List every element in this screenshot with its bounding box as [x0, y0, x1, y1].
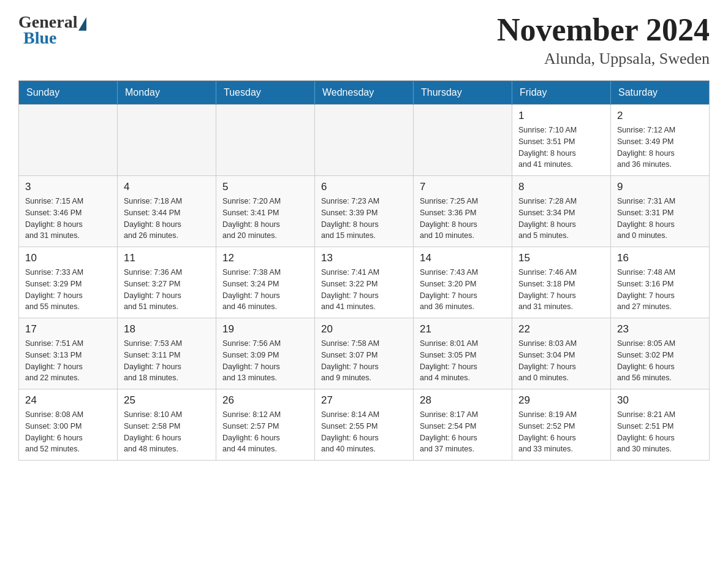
calendar-cell: 21Sunrise: 8:01 AM Sunset: 3:05 PM Dayli… — [414, 318, 512, 389]
calendar-cell: 14Sunrise: 7:43 AM Sunset: 3:20 PM Dayli… — [414, 247, 512, 318]
calendar-body: 1Sunrise: 7:10 AM Sunset: 3:51 PM Daylig… — [19, 105, 710, 461]
day-number: 28 — [420, 394, 506, 407]
day-info: Sunrise: 7:20 AM Sunset: 3:41 PM Dayligh… — [222, 196, 308, 242]
calendar-cell: 9Sunrise: 7:31 AM Sunset: 3:31 PM Daylig… — [611, 176, 710, 247]
day-info: Sunrise: 8:10 AM Sunset: 2:58 PM Dayligh… — [124, 409, 210, 455]
day-info: Sunrise: 7:43 AM Sunset: 3:20 PM Dayligh… — [420, 267, 506, 313]
logo-triangle-icon — [78, 17, 86, 31]
day-number: 5 — [222, 181, 308, 193]
calendar-cell: 5Sunrise: 7:20 AM Sunset: 3:41 PM Daylig… — [216, 176, 315, 247]
calendar-cell: 28Sunrise: 8:17 AM Sunset: 2:54 PM Dayli… — [414, 389, 512, 461]
weekday-header-sunday: Sunday — [19, 81, 118, 105]
calendar-week-row: 10Sunrise: 7:33 AM Sunset: 3:29 PM Dayli… — [19, 247, 710, 318]
day-info: Sunrise: 8:08 AM Sunset: 3:00 PM Dayligh… — [25, 409, 111, 455]
day-number: 1 — [518, 110, 604, 122]
day-info: Sunrise: 7:48 AM Sunset: 3:16 PM Dayligh… — [617, 267, 703, 313]
calendar-week-row: 17Sunrise: 7:51 AM Sunset: 3:13 PM Dayli… — [19, 318, 710, 389]
day-info: Sunrise: 8:14 AM Sunset: 2:55 PM Dayligh… — [321, 409, 407, 455]
day-number: 25 — [124, 394, 210, 407]
logo: General Blue — [18, 12, 86, 48]
day-info: Sunrise: 7:41 AM Sunset: 3:22 PM Dayligh… — [321, 267, 407, 313]
day-number: 21 — [420, 323, 506, 335]
page-header: General Blue November 2024 Alunda, Uppsa… — [18, 12, 710, 68]
day-number: 11 — [124, 252, 210, 264]
calendar-cell: 27Sunrise: 8:14 AM Sunset: 2:55 PM Dayli… — [315, 389, 414, 461]
calendar-cell: 24Sunrise: 8:08 AM Sunset: 3:00 PM Dayli… — [19, 389, 118, 461]
weekday-header-saturday: Saturday — [611, 81, 710, 105]
calendar-cell: 11Sunrise: 7:36 AM Sunset: 3:27 PM Dayli… — [118, 247, 216, 318]
calendar-cell: 26Sunrise: 8:12 AM Sunset: 2:57 PM Dayli… — [216, 389, 315, 461]
day-number: 3 — [25, 181, 111, 193]
day-number: 15 — [518, 252, 604, 264]
calendar-cell: 19Sunrise: 7:56 AM Sunset: 3:09 PM Dayli… — [216, 318, 315, 389]
day-info: Sunrise: 7:25 AM Sunset: 3:36 PM Dayligh… — [420, 196, 506, 242]
day-number: 30 — [617, 394, 703, 407]
calendar-cell: 20Sunrise: 7:58 AM Sunset: 3:07 PM Dayli… — [315, 318, 414, 389]
day-number: 17 — [25, 323, 111, 335]
day-number: 19 — [222, 323, 308, 335]
day-info: Sunrise: 8:01 AM Sunset: 3:05 PM Dayligh… — [420, 338, 506, 384]
day-info: Sunrise: 7:51 AM Sunset: 3:13 PM Dayligh… — [25, 338, 111, 384]
day-info: Sunrise: 8:21 AM Sunset: 2:51 PM Dayligh… — [617, 409, 703, 455]
day-number: 29 — [518, 394, 604, 407]
calendar-cell: 13Sunrise: 7:41 AM Sunset: 3:22 PM Dayli… — [315, 247, 414, 318]
calendar-cell: 17Sunrise: 7:51 AM Sunset: 3:13 PM Dayli… — [19, 318, 118, 389]
calendar-cell: 16Sunrise: 7:48 AM Sunset: 3:16 PM Dayli… — [611, 247, 710, 318]
calendar-cell: 18Sunrise: 7:53 AM Sunset: 3:11 PM Dayli… — [118, 318, 216, 389]
day-info: Sunrise: 7:58 AM Sunset: 3:07 PM Dayligh… — [321, 338, 407, 384]
calendar-cell: 22Sunrise: 8:03 AM Sunset: 3:04 PM Dayli… — [512, 318, 611, 389]
day-info: Sunrise: 8:12 AM Sunset: 2:57 PM Dayligh… — [222, 409, 308, 455]
day-info: Sunrise: 7:33 AM Sunset: 3:29 PM Dayligh… — [25, 267, 111, 313]
calendar-cell: 6Sunrise: 7:23 AM Sunset: 3:39 PM Daylig… — [315, 176, 414, 247]
location-title: Alunda, Uppsala, Sweden — [497, 50, 710, 68]
weekday-header-wednesday: Wednesday — [315, 81, 414, 105]
calendar-week-row: 1Sunrise: 7:10 AM Sunset: 3:51 PM Daylig… — [19, 105, 710, 176]
day-number: 16 — [617, 252, 703, 264]
calendar-cell: 4Sunrise: 7:18 AM Sunset: 3:44 PM Daylig… — [118, 176, 216, 247]
day-number: 4 — [124, 181, 210, 193]
day-number: 22 — [518, 323, 604, 335]
calendar-cell — [19, 105, 118, 176]
calendar-cell — [414, 105, 512, 176]
weekday-header-row: SundayMondayTuesdayWednesdayThursdayFrid… — [19, 81, 710, 105]
calendar-cell: 3Sunrise: 7:15 AM Sunset: 3:46 PM Daylig… — [19, 176, 118, 247]
day-info: Sunrise: 7:15 AM Sunset: 3:46 PM Dayligh… — [25, 196, 111, 242]
day-info: Sunrise: 7:36 AM Sunset: 3:27 PM Dayligh… — [124, 267, 210, 313]
day-info: Sunrise: 7:10 AM Sunset: 3:51 PM Dayligh… — [518, 124, 604, 170]
calendar-cell: 2Sunrise: 7:12 AM Sunset: 3:49 PM Daylig… — [611, 105, 710, 176]
weekday-header-thursday: Thursday — [414, 81, 512, 105]
day-number: 24 — [25, 394, 111, 407]
day-number: 10 — [25, 252, 111, 264]
day-number: 7 — [420, 181, 506, 193]
weekday-header-monday: Monday — [118, 81, 216, 105]
calendar-table: SundayMondayTuesdayWednesdayThursdayFrid… — [18, 80, 710, 461]
day-number: 27 — [321, 394, 407, 407]
day-number: 6 — [321, 181, 407, 193]
day-info: Sunrise: 7:56 AM Sunset: 3:09 PM Dayligh… — [222, 338, 308, 384]
day-number: 2 — [617, 110, 703, 122]
calendar-cell: 12Sunrise: 7:38 AM Sunset: 3:24 PM Dayli… — [216, 247, 315, 318]
calendar-week-row: 24Sunrise: 8:08 AM Sunset: 3:00 PM Dayli… — [19, 389, 710, 461]
calendar-cell: 30Sunrise: 8:21 AM Sunset: 2:51 PM Dayli… — [611, 389, 710, 461]
logo-blue-text: Blue — [18, 28, 56, 48]
day-info: Sunrise: 8:03 AM Sunset: 3:04 PM Dayligh… — [518, 338, 604, 384]
day-info: Sunrise: 7:38 AM Sunset: 3:24 PM Dayligh… — [222, 267, 308, 313]
day-info: Sunrise: 8:17 AM Sunset: 2:54 PM Dayligh… — [420, 409, 506, 455]
weekday-header-friday: Friday — [512, 81, 611, 105]
calendar-cell: 1Sunrise: 7:10 AM Sunset: 3:51 PM Daylig… — [512, 105, 611, 176]
weekday-header-tuesday: Tuesday — [216, 81, 315, 105]
day-info: Sunrise: 7:53 AM Sunset: 3:11 PM Dayligh… — [124, 338, 210, 384]
calendar-cell — [315, 105, 414, 176]
calendar-cell: 10Sunrise: 7:33 AM Sunset: 3:29 PM Dayli… — [19, 247, 118, 318]
day-number: 23 — [617, 323, 703, 335]
calendar-cell — [216, 105, 315, 176]
day-number: 9 — [617, 181, 703, 193]
calendar-cell: 8Sunrise: 7:28 AM Sunset: 3:34 PM Daylig… — [512, 176, 611, 247]
day-number: 12 — [222, 252, 308, 264]
day-number: 13 — [321, 252, 407, 264]
day-info: Sunrise: 8:19 AM Sunset: 2:52 PM Dayligh… — [518, 409, 604, 455]
day-info: Sunrise: 7:23 AM Sunset: 3:39 PM Dayligh… — [321, 196, 407, 242]
day-info: Sunrise: 7:28 AM Sunset: 3:34 PM Dayligh… — [518, 196, 604, 242]
day-info: Sunrise: 7:12 AM Sunset: 3:49 PM Dayligh… — [617, 124, 703, 170]
day-info: Sunrise: 7:31 AM Sunset: 3:31 PM Dayligh… — [617, 196, 703, 242]
